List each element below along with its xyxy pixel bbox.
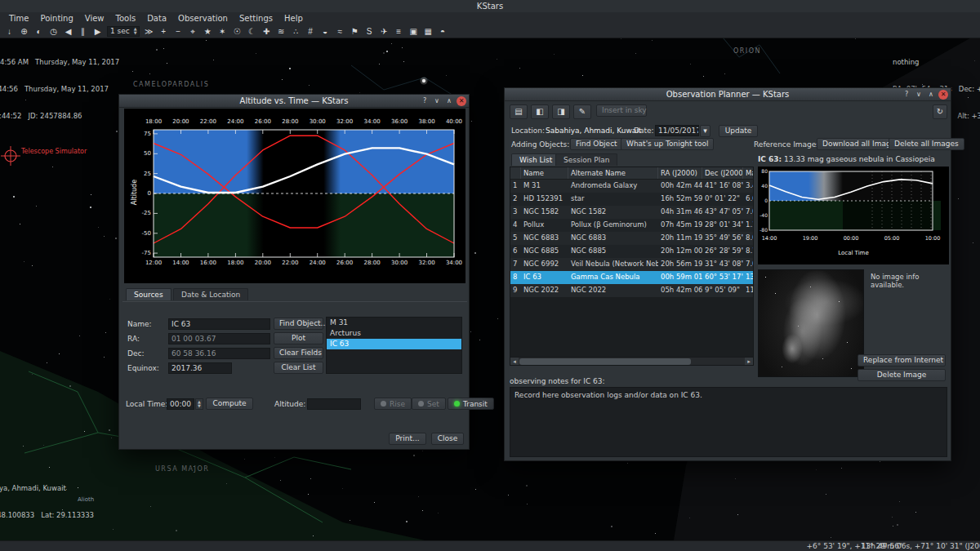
scroll-left-icon[interactable]: ◂: [510, 358, 519, 366]
delete-image-button[interactable]: Delete Image: [858, 369, 946, 381]
print-button[interactable]: Print...: [389, 433, 426, 445]
observing-notes-textarea[interactable]: Record here observation logs and/or data…: [510, 387, 947, 457]
save-list-icon[interactable]: ◧: [531, 104, 549, 119]
set-indicator-button[interactable]: Set: [412, 398, 446, 410]
menu-item[interactable]: Tools: [110, 14, 142, 23]
wizard-icon[interactable]: ✎: [573, 104, 591, 119]
transit-indicator-button[interactable]: Transit: [448, 398, 494, 410]
list-item[interactable]: IC 63: [327, 339, 461, 349]
object-image[interactable]: [758, 269, 864, 377]
telescope-crosshair-icon[interactable]: [1, 146, 20, 166]
menu-item[interactable]: Time: [3, 14, 34, 23]
constellation-names-toggle-icon[interactable]: ∴: [289, 25, 303, 38]
time-step-spinbox[interactable]: 1 sec ▲▼: [107, 26, 140, 37]
time-step-arrows[interactable]: ▲▼: [132, 27, 139, 35]
pointing-icon[interactable]: ⌖: [186, 25, 200, 38]
ra-field[interactable]: 01 00 03.67: [168, 333, 270, 344]
open-list-icon[interactable]: ▤: [510, 104, 528, 119]
fits-viewer-icon[interactable]: ▣: [407, 25, 421, 38]
equinox-field[interactable]: 2017.36: [168, 362, 232, 374]
observing-list-icon[interactable]: ≡: [392, 25, 406, 38]
table-row[interactable]: 6 NGC 6885 NGC 6885 20h 12m 00s 26° 28' …: [510, 245, 753, 258]
help-button[interactable]: ?: [420, 96, 430, 106]
avt-titlebar[interactable]: Altitude vs. Time — KStars ?∨∧✕: [119, 95, 469, 108]
find-object-button[interactable]: Find Object...: [274, 318, 323, 330]
altitude-plot[interactable]: Local Sidereal Time 18:0020:0022:0024:00…: [124, 109, 466, 283]
asteroids-toggle-icon[interactable]: ✚: [260, 25, 274, 38]
horizontal-scrollbar[interactable]: ◂ ▸: [510, 357, 753, 365]
time-step-back-icon[interactable]: ◀: [61, 25, 75, 38]
set-time-icon[interactable]: ◷: [47, 25, 60, 38]
settings-icon[interactable]: ↻: [933, 104, 947, 119]
local-time-spin-arrows[interactable]: ▲▼: [195, 398, 203, 410]
help-button[interactable]: ?: [902, 90, 911, 100]
zoom-out-icon[interactable]: −: [172, 25, 185, 38]
time-infobox[interactable]: LT: 4:44:56 AM Thursday, May 11, 2017 UT…: [0, 40, 119, 139]
dome-icon[interactable]: ◓: [436, 25, 450, 38]
start-clock-icon[interactable]: ▶: [91, 25, 105, 38]
find-object-button[interactable]: Find Object: [570, 138, 623, 150]
sky-calendar-icon[interactable]: ▦: [421, 25, 435, 38]
name-field[interactable]: IC 63: [168, 318, 270, 330]
clear-list-button[interactable]: Clear List: [274, 362, 323, 374]
table-row[interactable]: 4 Pollux Pollux (β Geminorum) 07h 45m 19…: [510, 219, 753, 232]
table-row[interactable]: 2 HD 152391 star 16h 52m 59s 0° 01' 22" …: [510, 193, 753, 206]
solar-system-toggle-icon[interactable]: ☉: [230, 25, 244, 38]
maximize-button[interactable]: ∧: [926, 90, 936, 100]
rise-indicator-button[interactable]: Rise: [374, 398, 412, 410]
deep-sky-toggle-icon[interactable]: ✶: [216, 25, 229, 38]
scroll-right-icon[interactable]: ▸: [745, 358, 753, 366]
altitude-field[interactable]: [307, 398, 361, 410]
close-button[interactable]: Close: [431, 433, 464, 445]
replace-from-internet-button[interactable]: Replace from Internet: [858, 354, 946, 367]
date-combobox[interactable]: 11/05/2017: [655, 125, 699, 136]
set-location-icon[interactable]: ◐: [32, 25, 46, 38]
table-row[interactable]: 5 NGC 6883 NGC 6883 20h 11m 19s 35° 49' …: [510, 232, 753, 245]
constellation-lines-toggle-icon[interactable]: ≋: [274, 25, 288, 38]
delete-all-images-button[interactable]: Delete all Images: [889, 138, 964, 150]
save-list-as-icon[interactable]: ◨: [552, 104, 570, 119]
horizon-toggle-icon[interactable]: ◒: [318, 25, 332, 38]
stars-toggle-icon[interactable]: ★: [201, 25, 215, 38]
milky-way-toggle-icon[interactable]: ≈: [333, 25, 347, 38]
maximize-button[interactable]: ∧: [444, 96, 454, 106]
advance-time-icon[interactable]: ≫: [142, 25, 156, 38]
col-alternate-name[interactable]: Alternate Name: [568, 167, 658, 179]
stop-clock-icon[interactable]: ∥: [76, 25, 90, 38]
tab-session-plan[interactable]: Session Plan: [555, 153, 617, 166]
minimize-button[interactable]: ∨: [914, 90, 924, 100]
location-infobox[interactable]: Sabahiya, Ahmadi, Kuwait Long: 48.100833…: [0, 466, 94, 538]
clear-fields-button[interactable]: Clear Fields: [274, 347, 323, 359]
close-button[interactable]: ✕: [938, 90, 948, 100]
menu-item[interactable]: Settings: [234, 14, 278, 23]
tab-sources[interactable]: Sources: [126, 288, 172, 300]
plot-button[interactable]: Plot: [274, 332, 323, 344]
menu-item[interactable]: Observation: [172, 14, 234, 23]
col-mag[interactable]: Mag: [743, 167, 754, 179]
zoom-in-icon[interactable]: +: [157, 25, 171, 38]
list-item[interactable]: M 31: [327, 318, 461, 328]
col-name[interactable]: Name: [521, 167, 568, 179]
table-row[interactable]: 3 NGC 1582 NGC 1582 04h 31m 46s 43° 47' …: [510, 206, 753, 219]
table-row[interactable]: 1 M 31 Andromeda Galaxy 00h 42m 44s 41° …: [510, 180, 753, 193]
plotted-objects-list[interactable]: M 31ArcturusIC 63: [326, 317, 462, 374]
minimize-button[interactable]: ∨: [432, 96, 442, 106]
compute-button[interactable]: Compute: [206, 398, 253, 410]
menu-item[interactable]: Pointing: [34, 14, 78, 23]
table-row[interactable]: 7 NGC 6992 Veil Nebula (Network Nebula f…: [510, 258, 753, 271]
list-item[interactable]: Arcturus: [327, 328, 461, 339]
find-object-icon[interactable]: ⊕: [17, 25, 31, 38]
col-index[interactable]: [510, 167, 521, 179]
menu-item[interactable]: Help: [278, 14, 309, 23]
supernovae-toggle-icon[interactable]: S: [363, 25, 376, 38]
col-ra[interactable]: RA (J2000): [658, 167, 702, 179]
satellites-toggle-icon[interactable]: ✈: [377, 25, 391, 38]
tab-wish-list[interactable]: Wish List: [511, 153, 560, 166]
local-time-spinbox[interactable]: 00:00: [167, 398, 194, 410]
planner-titlebar[interactable]: Observation Planner — KStars ?∨∧✕: [505, 88, 951, 101]
close-button[interactable]: ✕: [457, 96, 466, 106]
menu-item[interactable]: Data: [141, 14, 172, 23]
table-row[interactable]: 8 IC 63 Gamma Cas Nebula 00h 59m 01s 60°…: [510, 271, 753, 284]
tab-date-location[interactable]: Date & Location: [173, 288, 248, 300]
download-data-icon[interactable]: ↓: [2, 25, 16, 38]
